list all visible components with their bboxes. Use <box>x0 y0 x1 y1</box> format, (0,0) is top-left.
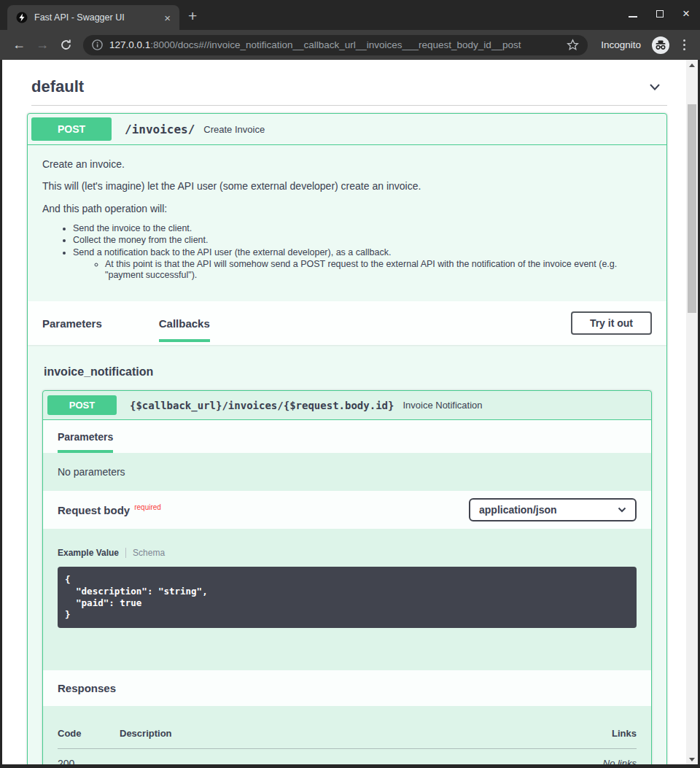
scroll-down-arrow[interactable] <box>686 754 698 764</box>
request-body-header: Request body required application/json <box>43 491 651 529</box>
forward-button[interactable]: → <box>32 35 52 55</box>
response-code: 200 <box>58 758 120 764</box>
callback-path: {$callback_url}/invoices/{$request.body.… <box>124 400 394 411</box>
operation-block: POST /invoices/ Create Invoice Create an… <box>27 113 667 764</box>
operation-description: Create an invoice. This will (let's imag… <box>28 145 666 301</box>
operation-summary[interactable]: POST /invoices/ Create Invoice <box>28 114 666 145</box>
maximize-button[interactable] <box>656 10 664 18</box>
tab-example-value[interactable]: Example Value <box>58 548 119 558</box>
description-paragraph: And this path operation will: <box>42 201 652 216</box>
column-description: Description <box>120 728 612 739</box>
browser-tab[interactable]: Fast API - Swagger UI × <box>7 5 179 30</box>
try-it-out-button[interactable]: Try it out <box>571 311 652 335</box>
incognito-icon <box>651 36 670 55</box>
example-json-code: { "description": "string", "paid": true … <box>58 567 637 628</box>
info-icon[interactable] <box>92 39 103 50</box>
tag-section-header[interactable]: default <box>27 74 667 105</box>
tab-schema[interactable]: Schema <box>133 548 165 558</box>
callback-summary-text: Invoice Notification <box>401 400 482 411</box>
callback-summary[interactable]: POST {$callback_url}/invoices/{$request.… <box>43 391 651 420</box>
browser-toolbar: ← → 127.0.0.1:8000/docs#//invoice_notifi… <box>0 30 700 60</box>
tab-separator <box>125 548 126 558</box>
bookmark-star-icon[interactable] <box>567 39 579 51</box>
operation-section-header: Parameters Callbacks Try it out <box>28 301 666 345</box>
list-item: At this point is that the API will someh… <box>105 259 645 281</box>
description-sublist: At this point is that the API will someh… <box>73 259 652 281</box>
response-links: No links <box>603 758 637 764</box>
scroll-up-arrow[interactable] <box>686 60 698 70</box>
back-button[interactable]: ← <box>9 35 29 55</box>
url-path: :8000/docs#//invoice_notification__callb… <box>150 39 521 50</box>
tab-parameters[interactable]: Parameters <box>42 317 102 330</box>
url-bar[interactable]: 127.0.0.1:8000/docs#//invoice_notificati… <box>83 35 588 55</box>
operation-path: /invoices/ <box>119 123 195 136</box>
responses-header: Responses <box>43 670 651 706</box>
incognito-label: Incognito <box>601 39 641 50</box>
callbacks-body: invoice_notification POST {$callback_url… <box>28 345 666 764</box>
browser-window: Fast API - Swagger UI × + × ← → 127.0.0.… <box>0 0 700 768</box>
reload-button[interactable] <box>55 35 76 55</box>
browser-menu-icon[interactable] <box>677 39 691 50</box>
callback-operation-block: POST {$callback_url}/invoices/{$request.… <box>42 390 652 764</box>
list-item: Send the invoice to the client. <box>73 223 652 233</box>
request-body-label: Request body <box>58 504 130 516</box>
tab-callbacks[interactable]: Callbacks <box>159 317 210 330</box>
close-window-button[interactable]: × <box>682 7 690 20</box>
window-controls: × <box>629 7 690 20</box>
list-item: Collect the money from the client. <box>73 235 652 245</box>
swagger-page: default POST /invoices/ Create Invoice C… <box>2 60 686 764</box>
description-list: Send the invoice to the client. Collect … <box>42 223 652 281</box>
required-flag: required <box>134 503 161 511</box>
column-code: Code <box>58 728 120 739</box>
tab-title: Fast API - Swagger UI <box>34 12 155 23</box>
chevron-down-icon[interactable] <box>647 79 663 95</box>
operation-summary-text: Create Invoice <box>202 124 265 135</box>
content-type-value: application/json <box>479 504 557 516</box>
method-badge: POST <box>47 395 117 415</box>
url-text[interactable]: 127.0.0.1:8000/docs#//invoice_notificati… <box>109 39 560 50</box>
table-row: 200 Successful Response No links <box>58 749 637 764</box>
example-tabs: Example Value Schema <box>58 548 637 558</box>
parameters-header: Parameters <box>43 420 651 453</box>
responses-table: Code Description Links 200 Successful Re… <box>43 706 651 764</box>
column-links: Links <box>612 728 637 739</box>
tag-title: default <box>31 77 84 96</box>
callback-name: invoice_notification <box>44 365 652 379</box>
scrollbar-thumb[interactable] <box>688 104 696 313</box>
description-paragraph: Create an invoice. <box>42 157 652 171</box>
new-tab-button[interactable]: + <box>188 7 197 25</box>
list-item: Send a notification back to the API user… <box>73 247 652 281</box>
description-paragraph: This will (let's imagine) let the API us… <box>42 179 652 193</box>
page-scrollbar[interactable] <box>686 60 698 764</box>
tab-close-icon[interactable]: × <box>161 12 174 24</box>
responses-table-head: Code Description Links <box>58 728 637 749</box>
content-type-select[interactable]: application/json <box>469 498 637 521</box>
favicon-bolt-icon <box>16 12 28 23</box>
tab-strip: Fast API - Swagger UI × + × <box>0 0 700 30</box>
no-parameters-text: No parameters <box>43 453 651 491</box>
tab-parameters-active[interactable]: Parameters <box>58 431 113 453</box>
select-chevron-icon <box>618 507 626 513</box>
minimize-button[interactable] <box>629 16 637 18</box>
model-example-section: Example Value Schema { "description": "s… <box>43 529 651 670</box>
method-badge: POST <box>31 117 112 141</box>
tag-divider <box>31 105 667 106</box>
url-host: 127.0.0.1 <box>109 39 150 50</box>
